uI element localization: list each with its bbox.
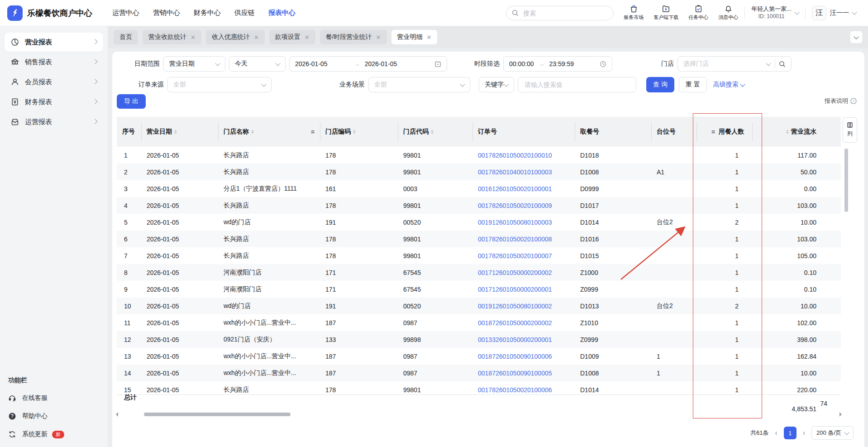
- order-number-link[interactable]: 001782601050020100006: [472, 386, 575, 394]
- tenant-switcher[interactable]: 年轻人第一家... ID: 100011: [751, 5, 799, 20]
- order-number-link[interactable]: 001782601050020100008: [472, 236, 575, 243]
- sidebar-item-online-support[interactable]: 在线客服: [0, 389, 108, 407]
- nav-marketing-center[interactable]: 营销中心: [153, 9, 180, 17]
- sidebar-item-business-reports[interactable]: 营业报表: [5, 33, 103, 52]
- close-icon[interactable]: ✕: [305, 34, 310, 40]
- close-icon[interactable]: ✕: [376, 34, 381, 40]
- store-search-icon[interactable]: [779, 61, 786, 67]
- biz-scene-select[interactable]: 全部: [368, 77, 470, 92]
- end-date-value[interactable]: 2026-01-05: [365, 60, 397, 67]
- service-market-link[interactable]: 服务市场: [624, 5, 644, 21]
- order-number-link[interactable]: 001612601050020100001: [472, 185, 575, 192]
- horizontal-scrollbar[interactable]: [117, 412, 841, 417]
- order-number-link[interactable]: 001712601050000200002: [472, 269, 575, 276]
- start-date-value[interactable]: 2026-01-05: [295, 60, 328, 67]
- start-time-value[interactable]: 00:00:00: [509, 60, 534, 67]
- sort-icon[interactable]: [431, 130, 434, 134]
- tab-home[interactable]: 首页: [114, 30, 138, 44]
- col-header-table-number[interactable]: 台位号: [651, 117, 696, 147]
- cell-store-number: 178: [320, 236, 398, 243]
- close-icon[interactable]: ✕: [427, 34, 432, 40]
- tab-payment-settings[interactable]: 款项设置 ✕: [269, 30, 315, 44]
- prev-page-icon[interactable]: ‹: [775, 429, 777, 437]
- store-select[interactable]: 选择门店: [677, 56, 792, 72]
- nav-operation-center[interactable]: 运营中心: [112, 9, 139, 17]
- keyword-type-select[interactable]: 关键字: [479, 77, 514, 92]
- order-number-link[interactable]: 001782601050020100007: [472, 252, 575, 260]
- vertical-scrollbar[interactable]: [844, 147, 848, 394]
- sidebar-item-system-update[interactable]: 系统更新 新: [0, 425, 108, 443]
- sort-icon[interactable]: [353, 130, 356, 134]
- nav-supply-chain[interactable]: 供应链: [234, 9, 255, 17]
- order-number-link[interactable]: 001782601040010100003: [472, 168, 575, 176]
- col-header-diner-count[interactable]: ≡ 用餐人数: [696, 117, 752, 147]
- order-number-link[interactable]: 001782601050020100009: [472, 202, 575, 209]
- global-search-input[interactable]: [522, 9, 608, 17]
- cell-index: 14: [117, 370, 141, 377]
- col-header-business-date[interactable]: 营业日期: [141, 117, 218, 147]
- message-center-link[interactable]: 消息中心: [718, 5, 738, 21]
- horizontal-scrollbar-thumb[interactable]: [144, 413, 291, 416]
- close-icon[interactable]: ✕: [191, 34, 196, 40]
- sidebar-item-help-center[interactable]: ? 帮助中心: [0, 407, 108, 425]
- keyword-input[interactable]: [524, 81, 630, 89]
- col-header-revenue[interactable]: 营业流水: [752, 117, 841, 147]
- cell-store-name: wxh的小小门店...营业中...: [218, 369, 320, 377]
- col-header-index[interactable]: 序号: [117, 117, 141, 147]
- sidebar-item-member-reports[interactable]: 会员报表: [5, 72, 103, 91]
- report-info-link[interactable]: 报表说明 ?: [825, 97, 857, 105]
- date-preset-select[interactable]: 今天: [229, 56, 286, 72]
- tab-meal-period-stats[interactable]: 餐/时段营业统计 ✕: [320, 30, 387, 44]
- sort-icon[interactable]: [251, 130, 254, 134]
- scroll-left-icon[interactable]: [116, 412, 118, 417]
- cell-store-name: wxh的小小门店...营业中...: [218, 319, 320, 327]
- tab-payment-stats[interactable]: 营业收款统计 ✕: [143, 30, 201, 44]
- close-icon[interactable]: ✕: [254, 34, 259, 40]
- col-header-store-name[interactable]: 门店名称 ≡: [218, 117, 320, 147]
- nav-report-center[interactable]: 报表中心: [268, 9, 296, 17]
- task-center-link[interactable]: 任务中心: [688, 5, 708, 21]
- nav-finance-center[interactable]: 财务中心: [194, 9, 221, 17]
- order-source-select[interactable]: 全部: [167, 77, 272, 92]
- sidebar-item-finance-reports[interactable]: 财务报表: [5, 92, 103, 111]
- tab-income-discount-stats[interactable]: 收入优惠统计 ✕: [206, 30, 265, 44]
- end-time-value[interactable]: 23:59:59: [549, 60, 574, 67]
- sidebar-item-sales-reports[interactable]: 销售报表: [5, 53, 103, 72]
- current-page[interactable]: 1: [784, 427, 796, 439]
- advanced-search-link[interactable]: 高级搜索: [713, 81, 744, 89]
- order-number-link[interactable]: 001872601050090100006: [472, 353, 575, 360]
- reset-button[interactable]: 重 置: [679, 77, 707, 92]
- next-page-icon[interactable]: ›: [803, 429, 805, 437]
- user-menu[interactable]: 汪 汪一一: [812, 6, 856, 20]
- vertical-scrollbar-thumb[interactable]: [844, 149, 848, 212]
- export-button[interactable]: 导 出: [117, 94, 146, 109]
- tab-business-detail[interactable]: 营业明细 ✕: [391, 30, 438, 44]
- order-number-link[interactable]: 001912601050080100002: [472, 303, 575, 310]
- order-number-link[interactable]: 001782601050020100010: [472, 152, 575, 159]
- cell-pickup-number: Z1010: [575, 319, 651, 327]
- query-button[interactable]: 查 询: [646, 77, 674, 92]
- sidebar-item-operations-reports[interactable]: 运营报表: [5, 112, 103, 131]
- col-header-store-number[interactable]: 门店编码: [320, 117, 398, 147]
- filter-icon[interactable]: ≡: [711, 128, 715, 135]
- scroll-right-icon[interactable]: [839, 412, 842, 417]
- sort-icon[interactable]: [786, 130, 789, 134]
- order-number-link[interactable]: 001332601050000200001: [472, 336, 575, 343]
- col-header-store-code[interactable]: 门店代码: [398, 117, 472, 147]
- order-number-link[interactable]: 001912601050080100003: [472, 219, 575, 226]
- order-number-link[interactable]: 001872601050090100005: [472, 370, 575, 377]
- tab-list-dropdown[interactable]: [850, 31, 862, 43]
- global-search[interactable]: [506, 6, 614, 20]
- col-header-pickup-number[interactable]: 取餐号: [575, 117, 651, 147]
- time-range-picker[interactable]: 00:00:00 → 23:59:59: [503, 56, 612, 72]
- date-range-picker[interactable]: 2026-01-05 → 2026-01-05: [289, 56, 447, 72]
- col-header-order-number[interactable]: 订单号: [472, 117, 575, 147]
- page-size-select[interactable]: 200 条/页: [811, 426, 854, 440]
- date-type-select[interactable]: 营业日期: [163, 56, 225, 72]
- client-download-link[interactable]: 客户端下载: [653, 5, 678, 21]
- column-settings-tab[interactable]: 列: [843, 117, 857, 143]
- filter-icon[interactable]: ≡: [311, 128, 315, 135]
- sort-icon[interactable]: [174, 130, 177, 134]
- order-number-link[interactable]: 001712601050000200001: [472, 286, 575, 293]
- order-number-link[interactable]: 001872601050000200002: [472, 319, 575, 327]
